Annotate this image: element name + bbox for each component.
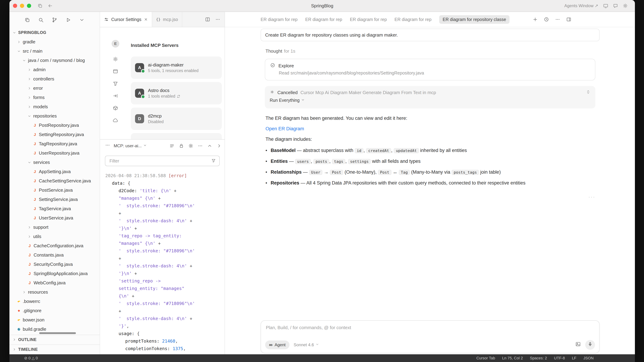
status-spaces-2[interactable]: Spaces: 2 <box>530 356 547 360</box>
horizontal-scrollbar[interactable] <box>39 332 76 334</box>
arrow-bar-icon[interactable] <box>113 93 118 99</box>
tree-item-settingrepository-java[interactable]: JSettingRepository.java <box>10 130 100 139</box>
gear-icon[interactable] <box>188 143 194 148</box>
arrow-left-icon[interactable] <box>48 3 53 8</box>
tree-item-postservice-java[interactable]: JPostService.java <box>10 186 100 195</box>
status-cursor-tab[interactable]: Cursor Tab <box>476 356 495 360</box>
tree-item-bower-json[interactable]: bower.json <box>10 315 100 324</box>
tree-item-springblogapplication-java[interactable]: JSpringBlogApplication.java <box>10 269 100 278</box>
status-utf-8[interactable]: UTF-8 <box>554 356 565 360</box>
agent-mode-button[interactable]: ∞ Agent <box>265 340 290 349</box>
run-everything-button[interactable]: Run Everything <box>270 98 305 103</box>
tree-item-services[interactable]: services <box>10 158 100 167</box>
status-ln-75-col-2[interactable]: Ln 75, Col 2 <box>502 356 523 360</box>
explore-card[interactable]: Explore Read src/main/java/com/raysmond/… <box>265 59 596 80</box>
tree-item-admin[interactable]: admin <box>10 65 100 74</box>
package-icon[interactable] <box>113 105 118 111</box>
tree-item-forms[interactable]: forms <box>10 93 100 102</box>
ellipsis-icon[interactable] <box>215 17 220 22</box>
output-channel-selector[interactable]: MCP: user-ai... <box>114 144 147 148</box>
model-selector[interactable]: Sonnet 4.6 <box>294 342 319 347</box>
section-outline[interactable]: OUTLINE <box>10 335 100 344</box>
tree-item-resources[interactable]: resources <box>10 288 100 297</box>
zoom-window-button[interactable] <box>27 4 31 8</box>
browser-icon[interactable] <box>113 68 118 74</box>
history-icon[interactable] <box>544 17 549 22</box>
avatar[interactable]: E <box>112 40 119 48</box>
tree-item-userrepository-java[interactable]: JUserRepository.java <box>10 148 100 158</box>
git-branch-icon[interactable] <box>52 17 57 23</box>
chat-tab-4[interactable]: ER diagram for rep <box>394 17 432 22</box>
cancelled-tool-card[interactable]: Cancelled Cursor Mcp Ai Diagram Maker Ge… <box>265 86 596 108</box>
user-message[interactable]: Create ER diagram for repository classes… <box>260 29 600 41</box>
tree-item-securityconfig-java[interactable]: JSecurityConfig.java <box>10 260 100 269</box>
open-er-diagram-link[interactable]: Open ER Diagram <box>266 125 600 132</box>
filter-icon[interactable] <box>211 158 216 163</box>
project-root[interactable]: SPRINGBLOG <box>10 28 100 37</box>
sync-icon[interactable] <box>177 94 180 98</box>
tree-item-gradle[interactable]: gradle <box>10 37 100 46</box>
chat-tab-5[interactable]: ER diagram for repository classe <box>439 15 510 24</box>
copy-icon[interactable] <box>38 3 43 8</box>
split-icon[interactable] <box>205 17 210 22</box>
chat-input[interactable]: Plan, Build, / for commands, @ for conte… <box>261 321 599 330</box>
thought-row[interactable]: Thought for 1s <box>266 48 600 54</box>
more-actions[interactable]: ··· <box>260 194 596 200</box>
panel-right-icon[interactable] <box>566 17 572 22</box>
tree-item-postrepository-java[interactable]: JPostRepository.java <box>10 121 100 130</box>
mic-button[interactable] <box>585 340 595 350</box>
mcp-server-d2mcp[interactable]: Dd2mcpDisabled <box>131 108 222 130</box>
tree-item-cachesettingservice-java[interactable]: JCacheSettingService.java <box>10 176 100 186</box>
lock-icon[interactable] <box>179 143 184 148</box>
tree-item-models[interactable]: models <box>10 102 100 112</box>
filter-input[interactable] <box>109 158 208 164</box>
chevrons-up-down-icon[interactable] <box>586 90 590 94</box>
tree-item-tagservice-java[interactable]: JTagService.java <box>10 204 100 213</box>
image-icon[interactable] <box>575 341 581 347</box>
plus-icon[interactable] <box>532 17 538 22</box>
ellipsis-icon[interactable] <box>198 143 203 148</box>
tree-item-tagrepository-java[interactable]: JTagRepository.java <box>10 139 100 148</box>
gear-icon[interactable] <box>113 56 118 62</box>
mcp-server-astro-docs[interactable]: AAstro docs1 tools enabled <box>131 82 222 104</box>
tree-item-gitignore[interactable]: .gitignore <box>10 306 100 315</box>
tree-item-bowerrc[interactable]: .bowerrc <box>10 297 100 306</box>
tab-cursor-settings[interactable]: Cursor Settings <box>100 12 152 27</box>
tree-item-repositories[interactable]: repositories <box>10 112 100 121</box>
close-icon[interactable] <box>144 17 148 22</box>
problems-indicator[interactable]: ⊘ 0 △ 0 <box>24 356 38 360</box>
gear-icon[interactable] <box>623 3 628 8</box>
section-timeline[interactable]: TIMELINE <box>10 344 100 354</box>
tree-item-src-main[interactable]: src / main <box>10 46 100 56</box>
mcp-server-ai-diagram-maker[interactable]: Aai-diagram-maker5 tools, 1 resources en… <box>131 56 222 79</box>
tree-item-appsetting-java[interactable]: JAppSetting.java <box>10 167 100 176</box>
tree-item-utils[interactable]: utils <box>10 232 100 241</box>
tab-mcp-jso[interactable]: {}mcp.jso <box>152 12 182 27</box>
minimize-window-button[interactable] <box>20 4 24 8</box>
chevron-up-icon[interactable] <box>207 143 212 148</box>
chevron-down-icon[interactable] <box>79 17 85 23</box>
list-icon[interactable] <box>169 143 174 148</box>
copy-icon[interactable] <box>24 17 30 23</box>
tree-item-webconfig-java[interactable]: JWebConfig.java <box>10 278 100 288</box>
tree-item-cacheconfiguration-java[interactable]: JCacheConfiguration.java <box>10 241 100 250</box>
chat-tab-1[interactable]: ER diagram for rep <box>260 17 298 22</box>
ellipsis-icon[interactable] <box>555 17 560 22</box>
agents-window-link[interactable]: Agents Window ↗ <box>564 3 598 8</box>
chat-bubble-icon[interactable] <box>613 3 618 8</box>
ellipsis-icon[interactable] <box>105 142 110 148</box>
tree-item-settingservice-java[interactable]: JSettingService.java <box>10 195 100 204</box>
run-icon[interactable] <box>66 17 71 23</box>
tree-item-support[interactable]: support <box>10 222 100 232</box>
filter-icon[interactable] <box>113 81 118 86</box>
tree-item-java-com-raysmond-blog[interactable]: java / com / raysmond / blog <box>10 56 100 65</box>
status-lf[interactable]: LF <box>572 356 576 360</box>
tree-item-error[interactable]: error <box>10 84 100 93</box>
cloud-icon[interactable] <box>113 118 118 123</box>
tree-item-constants-java[interactable]: JConstants.java <box>10 250 100 260</box>
tree-item-controllers[interactable]: controllers <box>10 74 100 84</box>
tree-item-userservice-java[interactable]: JUserService.java <box>10 213 100 222</box>
monitor-icon[interactable] <box>603 3 608 8</box>
status-json[interactable]: JSON <box>583 356 594 360</box>
chat-tab-3[interactable]: ER diagram for rep <box>350 17 387 22</box>
